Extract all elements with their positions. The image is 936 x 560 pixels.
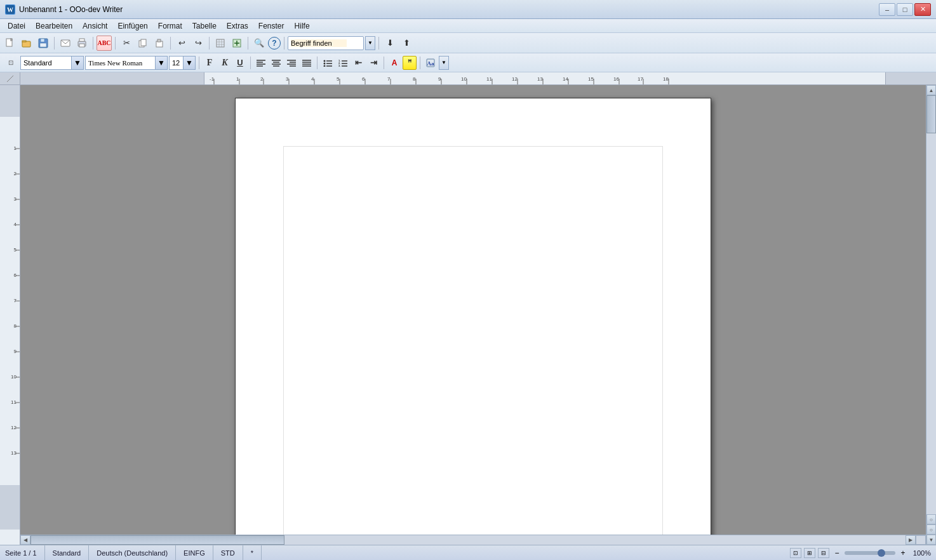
search-input[interactable] <box>291 39 347 47</box>
style-dropdown-arrow[interactable]: ▼ <box>71 57 83 69</box>
mode2-section[interactable]: STD <box>213 545 243 560</box>
view-web-button[interactable]: ⊞ <box>804 548 815 558</box>
align-center-button[interactable] <box>269 56 283 70</box>
scroll-v-track[interactable] <box>926 95 936 514</box>
prev-button[interactable]: ⬇ <box>382 36 398 51</box>
view-print-button[interactable]: ⊟ <box>818 548 829 558</box>
minimize-button[interactable]: – <box>879 3 895 16</box>
ruler-container: -1 1 2 3 4 5 6 7 8 9 <box>0 72 936 85</box>
scroll-up-button[interactable]: ▲ <box>926 85 936 95</box>
email-button[interactable] <box>58 36 73 51</box>
menu-hilfe[interactable]: Hilfe <box>290 20 315 32</box>
justify-button[interactable] <box>300 56 314 70</box>
copy-button[interactable] <box>135 36 150 51</box>
close-button[interactable]: ✕ <box>914 3 931 16</box>
help-button[interactable]: ? <box>268 37 281 50</box>
scroll-v-thumb[interactable] <box>926 95 936 133</box>
scroll-down-button[interactable]: ▼ <box>926 535 936 545</box>
scroll-corner <box>916 535 926 545</box>
mode3-section[interactable]: * <box>243 545 262 560</box>
ruler-v: 1 2 3 4 5 6 7 8 9 10 11 12 13 <box>0 85 20 545</box>
font-dropdown-arrow[interactable]: ▼ <box>155 57 167 69</box>
underline-button[interactable]: U <box>233 56 247 70</box>
title-bar-left: W Unbenannt 1 - OOo-dev Writer <box>5 4 123 15</box>
view-normal-button[interactable]: ⊡ <box>790 548 801 558</box>
redo-button[interactable]: ↪ <box>191 36 206 51</box>
insert-button[interactable] <box>229 36 244 51</box>
italic-button[interactable]: K <box>218 56 232 70</box>
menu-fenster[interactable]: Fenster <box>253 20 290 32</box>
page-content[interactable] <box>283 146 663 535</box>
maximize-button[interactable]: □ <box>897 3 913 16</box>
paste-button[interactable] <box>152 36 167 51</box>
svg-line-55 <box>7 76 13 82</box>
status-bar: Seite 1 / 1 Standard Deutsch (Deutschlan… <box>0 545 936 560</box>
size-value: 12 <box>170 59 183 67</box>
mode1-status: EINFG <box>184 549 205 557</box>
char-format-button[interactable]: Aa <box>424 56 438 70</box>
menu-datei[interactable]: Datei <box>3 20 30 32</box>
scroll-h-left-button[interactable]: ◀ <box>20 535 30 545</box>
menu-format[interactable]: Format <box>153 20 187 32</box>
svg-text:7: 7 <box>387 76 391 82</box>
page[interactable] <box>235 98 711 535</box>
toolbar2: ⊡ Standard ▼ Times New Roman ▼ 12 ▼ F K … <box>0 53 936 72</box>
next-button[interactable]: ⬆ <box>399 36 414 51</box>
align-left-button[interactable] <box>254 56 268 70</box>
style-section: Standard <box>45 545 90 560</box>
scroll-down-pageup-button[interactable]: ○ <box>926 514 936 524</box>
size-dropdown[interactable]: 12 ▼ <box>169 56 196 70</box>
menu-extras[interactable]: Extras <box>222 20 253 32</box>
svg-text:1: 1 <box>236 76 239 82</box>
increase-indent-button[interactable]: ⇥ <box>366 56 380 70</box>
find-button[interactable]: 🔍 <box>251 36 267 51</box>
print-button[interactable] <box>74 36 90 51</box>
style-icon-button[interactable]: ⊡ <box>3 55 19 70</box>
size-dropdown-arrow[interactable]: ▼ <box>183 57 195 69</box>
menu-einfuegen[interactable]: Einfügen <box>112 20 152 32</box>
doc-area[interactable] <box>20 85 926 535</box>
page-info-section: Seite 1 / 1 <box>5 545 45 560</box>
mode1-section[interactable]: EINFG <box>176 545 213 560</box>
svg-text:15: 15 <box>588 76 594 82</box>
save-button[interactable] <box>36 36 51 51</box>
spellcheck-button[interactable]: ABC <box>97 36 112 51</box>
mode2-status: STD <box>221 549 235 557</box>
menu-ansicht[interactable]: Ansicht <box>77 20 112 32</box>
search-dropdown-button[interactable]: ▼ <box>365 36 375 50</box>
new-button[interactable] <box>3 36 18 51</box>
cut-button[interactable]: ✂ <box>119 36 134 51</box>
highlight-button[interactable]: ꟸ <box>403 56 417 70</box>
scroll-h-right-button[interactable]: ▶ <box>906 535 916 545</box>
unordered-list-button[interactable] <box>321 56 335 70</box>
svg-point-41 <box>324 60 326 62</box>
zoom-slider-thumb[interactable] <box>878 549 885 557</box>
ruler-corner <box>0 72 20 85</box>
scroll-h-track[interactable] <box>30 535 906 545</box>
align-right-button[interactable] <box>284 56 298 70</box>
format-dropdown-button[interactable]: ▼ <box>439 56 449 70</box>
separator1 <box>54 37 55 50</box>
zoom-out-button[interactable]: − <box>832 548 842 558</box>
main-area: 1 2 3 4 5 6 7 8 9 10 11 12 13 <box>0 85 936 545</box>
svg-point-43 <box>324 62 326 64</box>
font-dropdown[interactable]: Times New Roman ▼ <box>85 56 168 70</box>
ordered-list-button[interactable]: 1.2.3. <box>336 56 350 70</box>
fmt-separator2 <box>250 57 251 69</box>
menu-tabelle[interactable]: Tabelle <box>187 20 222 32</box>
undo-button[interactable]: ↩ <box>174 36 189 51</box>
menu-bearbeiten[interactable]: Bearbeiten <box>30 20 77 32</box>
zoom-slider[interactable] <box>845 551 895 555</box>
style-dropdown[interactable]: Standard ▼ <box>20 56 84 70</box>
svg-text:8: 8 <box>413 76 416 82</box>
scroll-down-goto-button[interactable]: ○ <box>926 524 936 535</box>
title-bar-buttons: – □ ✕ <box>879 3 931 16</box>
open-button[interactable] <box>19 36 34 51</box>
svg-text:5: 5 <box>337 76 340 82</box>
font-color-button[interactable]: A <box>387 56 401 70</box>
decrease-indent-button[interactable]: ⇤ <box>351 56 365 70</box>
zoom-in-button[interactable]: + <box>898 548 908 558</box>
scroll-h-thumb[interactable] <box>30 535 284 545</box>
bold-button[interactable]: F <box>203 56 217 70</box>
table-button[interactable] <box>213 36 228 51</box>
